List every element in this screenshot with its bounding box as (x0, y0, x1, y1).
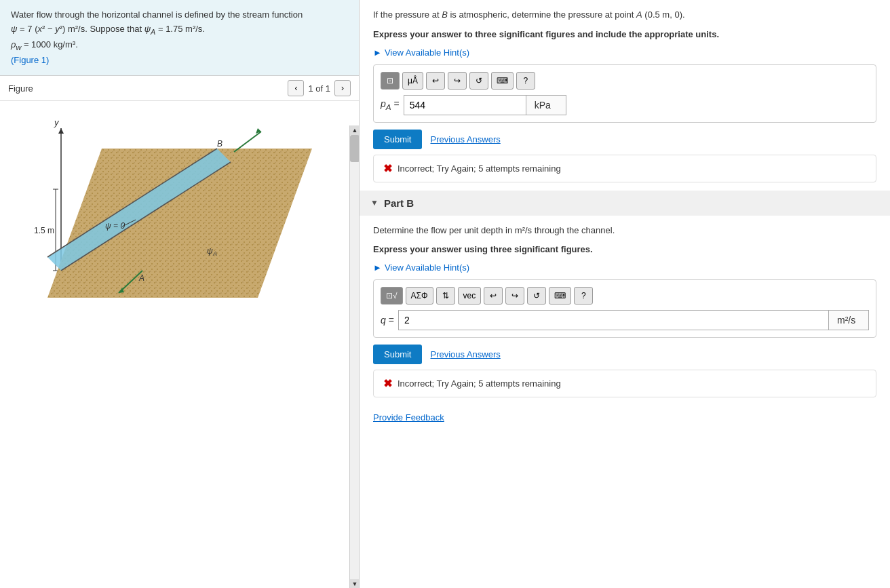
answer-box-b: ⊡√ ΑΣΦ ⇅ vec ↩ ↪ ↺ ⌨ ? q = m²/s (373, 279, 876, 338)
figure-label: Figure (8, 83, 33, 94)
hint-label-a: View Available Hint(s) (385, 47, 469, 58)
svg-text:A: A (212, 250, 217, 257)
part-b-instructions: Express your answer using three signific… (373, 243, 876, 257)
hint-link-b[interactable]: ► View Available Hint(s) (373, 262, 876, 273)
hint-label-b: View Available Hint(s) (385, 262, 469, 273)
svg-text:y: y (54, 117, 60, 128)
error-text-a: Incorrect; Try Again; 5 attempts remaini… (398, 163, 561, 174)
svg-text:B: B (217, 139, 222, 149)
previous-answers-link-b[interactable]: Previous Answers (430, 349, 500, 359)
vec-button-b[interactable]: vec (458, 287, 482, 305)
input-row-b: q = m²/s (381, 310, 869, 330)
scroll-up-button[interactable]: ▲ (350, 125, 359, 135)
keyboard-button-a[interactable]: ⌨ (491, 72, 514, 90)
figure-link[interactable]: (Figure 1) (11, 55, 49, 65)
figure-nav: ‹ 1 of 1 › (288, 80, 351, 96)
submit-button-a[interactable]: Submit (373, 130, 422, 149)
error-icon-b: ✖ (383, 377, 392, 390)
prev-figure-button[interactable]: ‹ (288, 80, 304, 96)
scroll-thumb[interactable] (350, 135, 359, 162)
error-text-b: Incorrect; Try Again; 5 attempts remaini… (398, 378, 561, 389)
svg-text:ψ = 0: ψ = 0 (105, 221, 125, 231)
redo-button-a[interactable]: ↪ (448, 72, 467, 90)
input-row-a: pA = kPa (381, 95, 869, 115)
refresh-button-a[interactable]: ↺ (469, 72, 488, 90)
hint-link-a[interactable]: ► View Available Hint(s) (373, 47, 876, 58)
part-a-instructions: Express your answer to three significant… (373, 28, 876, 42)
figure-canvas: x y 1.5 m 1.5 m (0, 101, 359, 588)
toolbar-a: ⊡ μÅ ↩ ↪ ↺ ⌨ ? (381, 72, 869, 90)
part-b-question: Determine the flow per unit depth in m²/… (373, 224, 876, 238)
figure-header: Figure ‹ 1 of 1 › (0, 76, 359, 101)
problem-statement: Water flow through the horizontal channe… (0, 0, 359, 76)
error-box-b: ✖ Incorrect; Try Again; 5 attempts remai… (373, 370, 876, 397)
input-label-a: pA = (381, 98, 400, 111)
unit-box-b: m²/s (828, 310, 869, 330)
answer-input-a[interactable] (404, 95, 526, 115)
left-panel: Water flow through the horizontal channe… (0, 0, 360, 588)
sigma-button-b[interactable]: ΑΣΦ (406, 287, 433, 305)
arrows-button-b[interactable]: ⇅ (436, 287, 455, 305)
help-button-b[interactable]: ? (574, 287, 593, 305)
help-button-a[interactable]: ? (516, 72, 535, 90)
next-figure-button[interactable]: › (334, 80, 351, 96)
figure-area: Figure ‹ 1 of 1 › x y (0, 76, 359, 588)
provide-feedback-link[interactable]: Provide Feedback (373, 412, 444, 423)
error-box-a: ✖ Incorrect; Try Again; 5 attempts remai… (373, 155, 876, 182)
svg-text:ψ: ψ (207, 246, 213, 256)
grid-icon-button-b[interactable]: ⊡√ (381, 287, 403, 305)
redo-button-b[interactable]: ↪ (505, 287, 524, 305)
unit-box-a: kPa (526, 95, 566, 115)
submit-row-b: Submit Previous Answers (373, 345, 876, 364)
submit-button-b[interactable]: Submit (373, 345, 422, 364)
right-panel: If the pressure at B is atmospheric, det… (360, 0, 890, 588)
keyboard-button-b[interactable]: ⌨ (549, 287, 571, 305)
mu-button-a[interactable]: μÅ (402, 72, 423, 90)
part-a-question: If the pressure at B is atmospheric, det… (373, 8, 876, 22)
hint-arrow-icon: ► (373, 47, 382, 58)
answer-input-b[interactable] (398, 310, 828, 330)
problem-equation: ψ = 7 (x² − y²) m²/s. Suppose that ψA = … (11, 24, 205, 34)
svg-marker-18 (47, 149, 312, 298)
density-text: ρw = 1000 kg/m³. (11, 39, 78, 50)
figure-page: 1 of 1 (308, 83, 330, 94)
part-b-arrow-icon: ▼ (370, 198, 379, 208)
grid-icon-button-a[interactable]: ⊡ (381, 72, 400, 90)
problem-text: Water flow through the horizontal channe… (11, 9, 303, 20)
part-b-label: Part B (384, 197, 414, 209)
hint-arrow-icon-b: ► (373, 262, 382, 273)
svg-text:1.5 m: 1.5 m (34, 226, 54, 235)
undo-button-a[interactable]: ↩ (426, 72, 445, 90)
vertical-scrollbar[interactable]: ▲ ▼ (349, 125, 359, 588)
refresh-button-b[interactable]: ↺ (527, 287, 546, 305)
toolbar-b: ⊡√ ΑΣΦ ⇅ vec ↩ ↪ ↺ ⌨ ? (381, 287, 869, 305)
undo-button-b[interactable]: ↩ (484, 287, 503, 305)
submit-row-a: Submit Previous Answers (373, 130, 876, 149)
scroll-down-button[interactable]: ▼ (350, 579, 359, 588)
input-label-b: q = (381, 315, 394, 326)
previous-answers-link-a[interactable]: Previous Answers (430, 134, 500, 144)
answer-box-a: ⊡ μÅ ↩ ↪ ↺ ⌨ ? pA = kPa (373, 64, 876, 123)
svg-marker-3 (58, 128, 64, 134)
svg-text:A: A (138, 273, 144, 283)
error-icon-a: ✖ (383, 162, 392, 175)
part-b-header: ▼ Part B (360, 191, 890, 216)
